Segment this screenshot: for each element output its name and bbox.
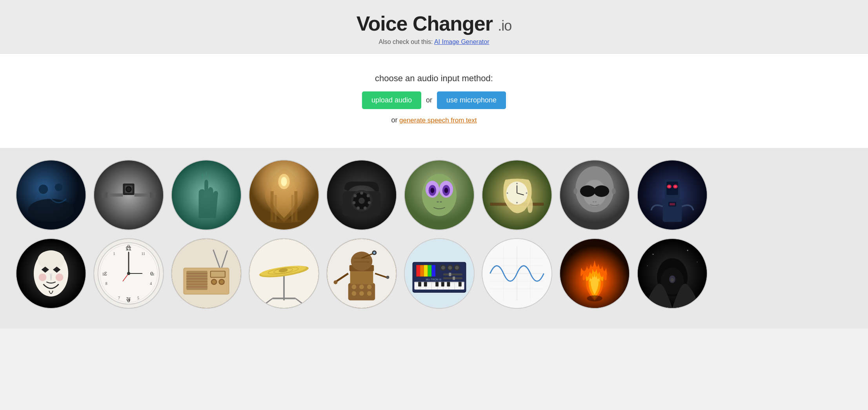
svg-rect-9 [102,192,108,198]
svg-rect-111 [211,272,225,277]
svg-point-142 [351,251,373,271]
svg-point-194 [587,295,602,302]
subtitle: Also check out this: AI Image Generator [8,38,860,46]
svg-rect-163 [443,273,462,275]
svg-rect-152 [416,265,420,276]
list-item[interactable] [482,160,552,230]
svg-text:1: 1 [113,251,115,256]
list-item[interactable] [637,160,708,230]
main-content: choose an audio input method: upload aud… [0,54,868,148]
svg-point-32 [353,201,356,204]
list-item[interactable] [249,160,319,230]
list-item[interactable] [171,160,242,230]
svg-rect-71 [670,203,675,206]
list-item[interactable] [559,160,630,230]
title-tld: .io [498,18,511,34]
svg-point-130 [352,284,357,289]
header: Voice Changer .io Also check out this: A… [0,0,868,54]
svg-point-68 [674,186,677,188]
svg-rect-136 [350,270,373,284]
upload-audio-button[interactable]: upload audio [362,91,421,109]
svg-point-41 [444,188,448,193]
svg-point-3 [55,184,63,191]
list-item[interactable] [404,160,475,230]
use-microphone-button[interactable]: use microphone [437,91,506,109]
svg-rect-156 [431,265,435,276]
list-item[interactable]: MU-TRON III [404,238,475,309]
svg-point-2 [39,185,48,194]
svg-point-35 [422,174,457,216]
svg-point-59 [595,201,597,202]
list-item[interactable] [637,238,708,309]
svg-point-145 [373,251,375,254]
generate-speech-link[interactable]: generate speech from text [399,117,477,124]
svg-text:MU-TRON III: MU-TRON III [426,278,441,281]
svg-point-99 [127,272,130,275]
ai-image-generator-link[interactable]: AI Image Generator [434,38,490,45]
svg-rect-179 [435,282,439,287]
svg-point-57 [594,186,609,197]
svg-text:8: 8 [106,281,107,286]
svg-point-74 [38,250,64,270]
list-item[interactable] [16,238,86,309]
list-item[interactable] [326,160,397,230]
svg-point-200 [653,254,654,255]
svg-point-52 [526,192,527,194]
svg-rect-182 [459,282,462,287]
svg-point-49 [516,183,518,184]
button-row: upload audio or use microphone [8,91,860,109]
svg-rect-18 [291,195,294,222]
svg-point-26 [358,198,365,204]
list-item[interactable] [249,238,319,309]
svg-rect-167 [414,282,464,290]
svg-text:4: 4 [150,281,152,286]
svg-rect-154 [424,265,428,276]
list-item[interactable] [559,238,630,309]
svg-rect-164 [449,273,451,276]
svg-rect-17 [275,195,277,222]
list-item[interactable] [482,238,552,309]
svg-point-135 [367,291,372,296]
svg-point-132 [367,284,372,289]
svg-point-20 [281,177,287,186]
svg-text:11: 11 [141,251,145,256]
svg-rect-166 [453,277,455,280]
svg-point-60 [573,188,577,194]
svg-rect-177 [418,282,421,287]
svg-point-113 [212,280,216,284]
generate-row: or generate speech from text [8,116,860,124]
svg-point-139 [334,281,338,284]
circles-row-2: 12 3 6 9 12 21 6 9 ε L 11 1 4 8 5 7 [16,238,852,309]
svg-text:6: 6 [127,244,130,249]
site-title: Voice Changer .io [8,12,860,35]
list-item[interactable]: 12 3 6 9 12 21 6 9 ε L 11 1 4 8 5 7 [93,238,164,309]
svg-point-201 [687,250,688,251]
svg-point-40 [431,188,435,193]
svg-rect-165 [443,277,462,279]
list-item[interactable] [16,160,86,230]
svg-rect-15 [271,191,274,222]
svg-point-67 [668,186,670,188]
list-item[interactable] [93,160,164,230]
svg-point-61 [612,188,616,194]
list-item[interactable] [326,238,397,309]
svg-point-158 [441,266,445,270]
svg-rect-10 [150,192,156,198]
svg-point-50 [516,202,518,204]
svg-point-43 [440,201,442,203]
svg-point-133 [352,291,357,296]
svg-point-134 [359,291,364,296]
svg-point-162 [455,266,459,270]
svg-point-1 [28,199,74,222]
svg-point-21 [267,219,301,223]
svg-rect-16 [294,191,297,222]
title-text: Voice Changer [357,12,493,35]
svg-point-199 [671,278,674,282]
list-item[interactable] [171,238,242,309]
svg-point-42 [437,201,439,203]
svg-text:L: L [102,272,105,276]
svg-point-131 [359,284,364,289]
svg-point-160 [448,266,452,270]
svg-point-203 [647,265,648,266]
or-separator: or [426,96,432,104]
